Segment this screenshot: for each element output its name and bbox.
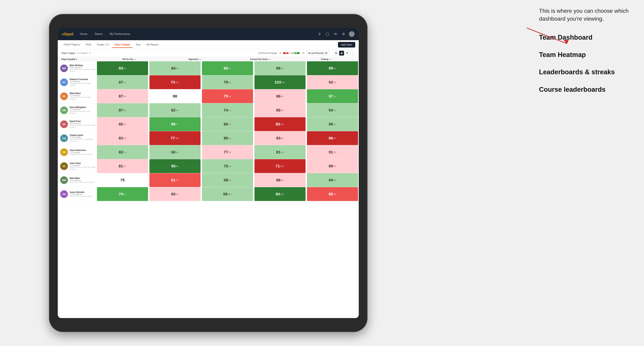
table-row[interactable]: JC Josh Coles 1-5 Handicap Royal North D… — [58, 159, 359, 173]
tab-team-clippd[interactable]: Team Clippd — [112, 42, 132, 48]
approach-col-header[interactable]: Approach — — [162, 58, 228, 60]
tee-col-header[interactable]: Off the Tee — — [96, 58, 162, 60]
stat-cell: 853▼ — [97, 117, 148, 131]
table-body: BM Blair McHarg Plus Handicap Royal Nort… — [58, 61, 359, 318]
table-row[interactable]: EE Elliot Ebert 1-5 Handicap Sunningdale… — [58, 89, 359, 103]
score-value: 81 — [276, 150, 280, 155]
settings-icon[interactable]: ⚙ — [341, 31, 346, 37]
nav-teams[interactable]: Teams — [93, 32, 104, 36]
stat-cell: 959▲ — [307, 61, 358, 75]
team-name: Team Clippd — [61, 52, 75, 54]
nav-icons: ⚲ ◯ ✉ ⚙ — [317, 31, 354, 37]
tab-tour[interactable]: Tour — [133, 42, 143, 48]
stat-cell: 941▲ — [307, 103, 358, 117]
player-club: Sunningdale Golf Club, United Kingdom — [70, 82, 96, 86]
score-value: 94 — [329, 108, 333, 113]
player-col-header[interactable]: Player Quality ▾ — [58, 58, 96, 60]
player-handicap: 11-15 Handicap — [70, 193, 92, 195]
range-min: -5 — [279, 52, 281, 54]
putting-col-header[interactable]: Putting — — [293, 58, 359, 60]
player-name: Edward Crossman — [70, 78, 96, 81]
player-club: Royal North Devon Golf Club, United King… — [70, 166, 96, 170]
stat-cell: 943▲ — [307, 173, 358, 187]
table-row[interactable]: DB Dave Billingham 1-5 Handicap Gog Mago… — [58, 103, 359, 117]
avatar-icon[interactable] — [349, 31, 354, 37]
score-value: 91 — [329, 150, 333, 155]
player-info: EE Elliot Ebert 1-5 Handicap Sunningdale… — [58, 92, 96, 100]
score-value: 75 — [224, 94, 228, 99]
player-club: Royal North Devon Golf Club, United King… — [70, 68, 96, 72]
stat-cell: 846▲ — [150, 61, 200, 75]
stat-cell: 753▼ — [202, 89, 253, 103]
score-value: 87 — [119, 94, 123, 99]
player-handicap: 1-5 Handicap — [70, 165, 96, 166]
score-value: 60 — [171, 150, 175, 155]
stat-cell: 7311▼ — [150, 75, 200, 89]
stat-cell: 801▲ — [202, 131, 253, 145]
score-value: 95 — [329, 66, 333, 71]
edit-icon[interactable]: ✎ — [89, 52, 91, 54]
player-info: AN Aaron Nicholls 11-15 Handicap Drift G… — [58, 190, 96, 198]
annotation-intro-text: This is where you can choose which dashb… — [539, 7, 630, 23]
tab-pga[interactable]: PGA — [83, 42, 94, 48]
player-name: Chris Robertson — [70, 149, 93, 152]
search-icon[interactable]: ⚲ — [317, 31, 322, 37]
avatar: BM — [60, 64, 68, 72]
score-value: 89 — [329, 164, 333, 169]
score-value: 95 — [171, 164, 175, 169]
view-list-button[interactable]: ☰ — [345, 51, 350, 56]
score-value: 58 — [223, 192, 227, 196]
player-name: Aaron Nicholls — [70, 191, 92, 193]
avatar: EE — [60, 92, 68, 100]
player-info: DB Dave Billingham 1-5 Handicap Gog Mago… — [58, 106, 96, 114]
table-row[interactable]: CR Chris Robertson 1-5 Handicap Craigmil… — [58, 145, 359, 159]
stat-cell: 602▲ — [150, 145, 200, 159]
table-row[interactable]: CQ Charlie Quick 6-10 Handicap St. Georg… — [58, 131, 359, 145]
score-value: 83 — [276, 122, 280, 127]
player-info: EC Edward Crossman 1-5 Handicap Sunningd… — [58, 78, 96, 86]
tab-hcaps[interactable]: Hcaps 1-5 — [94, 42, 111, 48]
stat-cell: 813▼ — [97, 159, 148, 173]
stat-cell: 601▼ — [150, 187, 200, 201]
table-row[interactable]: BM Blair McHarg Plus Handicap Royal Nort… — [58, 61, 359, 75]
player-details: Chris Robertson 1-5 Handicap Craigmillar… — [70, 149, 93, 155]
view-download-button[interactable]: ↓ — [350, 51, 355, 56]
round-change-label: 20 Round Change — [258, 52, 277, 54]
score-value: 74 — [119, 192, 123, 196]
player-info: CQ Charlie Quick 6-10 Handicap St. Georg… — [58, 134, 96, 142]
color-bar — [283, 52, 300, 54]
last-rounds-button[interactable]: ⊞ Last Rounds: 20 — [306, 51, 329, 55]
user-icon[interactable]: ◯ — [325, 31, 330, 37]
table-row[interactable]: AN Aaron Nicholls 11-15 Handicap Drift G… — [58, 187, 359, 201]
score-value: 84 — [171, 66, 175, 71]
view-grid-button[interactable]: ⊞ — [334, 51, 338, 56]
player-name: Matt Miller — [70, 177, 94, 179]
score-value: 85 — [329, 192, 333, 196]
table-row[interactable]: EC Edward Crossman 1-5 Handicap Sunningd… — [58, 75, 359, 89]
stat-cell: 748▲ — [97, 187, 148, 201]
score-value: 88 — [276, 66, 280, 71]
score-value: 86 — [329, 136, 333, 141]
stat-cell: 75 — [97, 173, 148, 187]
score-value: 87 — [119, 108, 123, 113]
bell-icon[interactable]: ✉ — [333, 31, 338, 37]
score-value: 103 — [274, 80, 281, 85]
player-details: Edward Crossman 1-5 Handicap Sunningdale… — [70, 78, 96, 86]
tab-all-players[interactable]: All Players — [144, 42, 161, 48]
nav-my-performance[interactable]: My Performance — [108, 32, 132, 36]
score-value: 82 — [171, 108, 175, 113]
score-value: 84 — [276, 192, 280, 196]
nav-home[interactable]: Home — [78, 32, 89, 36]
player-handicap: 1-5 Handicap — [70, 81, 96, 82]
view-heatmap-button[interactable]: ▦ — [339, 51, 344, 56]
player-info: BM Blair McHarg Plus Handicap Royal Nort… — [58, 64, 96, 72]
add-team-button[interactable]: Add Team — [338, 42, 355, 47]
table-row[interactable]: MM Matt Miller 6-10 Handicap Woburn Golf… — [58, 173, 359, 187]
stat-cell: 913▼ — [307, 145, 358, 159]
table-row[interactable]: DF David Ford Plus Handicap Royal North … — [58, 117, 359, 131]
around-green-col-header[interactable]: Around the Green — — [228, 58, 293, 60]
tab-pgat-players[interactable]: PGAT Players — [61, 42, 82, 48]
player-details: Charlie Quick 6-10 Handicap St. George's… — [70, 134, 96, 142]
annotation-area: This is where you can choose which dashb… — [539, 7, 630, 103]
player-handicap: 6-10 Handicap — [70, 179, 94, 181]
